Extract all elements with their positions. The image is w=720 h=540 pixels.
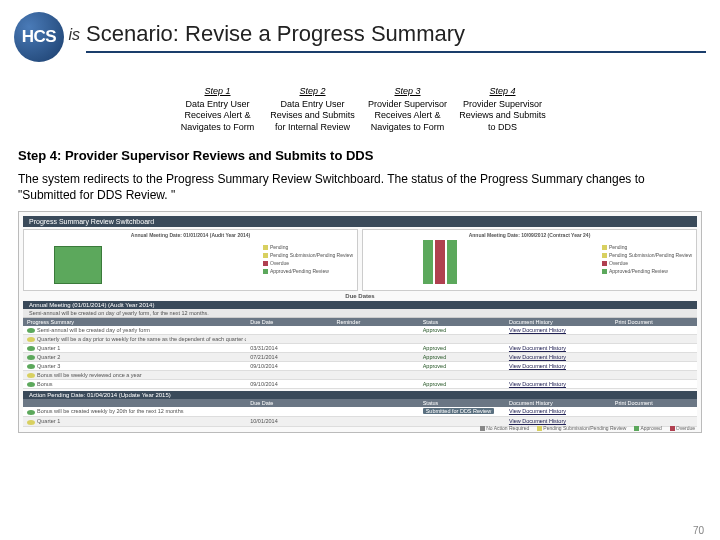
ss-table-header-2: Due DateStatusDocument HistoryPrint Docu… xyxy=(23,399,697,407)
step-4: Step 4Provider Supervisor Reviews and Su… xyxy=(455,86,550,134)
chart-legend: Pending Pending Submission/Pending Revie… xyxy=(263,244,353,276)
step-3: Step 3Provider Supervisor Receives Alert… xyxy=(360,86,455,134)
page-number: 70 xyxy=(693,525,704,536)
section-heading: Step 4: Provider Supervisor Reviews and … xyxy=(18,148,702,163)
ss-group-bar-1: Annual Meeting (01/01/2014) (Audit Year … xyxy=(23,301,697,309)
ss-title: Progress Summary Review Switchboard xyxy=(23,216,697,227)
ss-chart-right: Annual Meeting Date: 10/09/2012 (Contrac… xyxy=(362,229,697,291)
table-row: Quarterly will be a day prior to weekly … xyxy=(23,335,697,344)
due-dates-label: Due Dates xyxy=(19,293,701,299)
slide-title: Scenario: Revise a Progress Summary xyxy=(86,21,706,53)
ss-table-header: Progress SummaryDue DateReminderStatusDo… xyxy=(23,318,697,326)
ss-subhead-1: Semi-annual will be created on day of ye… xyxy=(23,309,697,318)
hcsis-logo: HCS is xyxy=(14,8,72,66)
step-2: Step 2Data Entry User Revises and Submit… xyxy=(265,86,360,134)
ss-group-bar-2: Action Pending Date: 01/04/2014 (Update … xyxy=(23,391,697,399)
ss-legend-footer: No Action Required Pending Submission/Pe… xyxy=(480,425,695,431)
table-row: Quarter 309/10/2014ApprovedView Document… xyxy=(23,362,697,371)
steps-row: Step 1Data Entry User Receives Alert & N… xyxy=(0,86,720,134)
ss-chart-left: Annual Meeting Date: 01/01/2014 (Audit Y… xyxy=(23,229,358,291)
step-1: Step 1Data Entry User Receives Alert & N… xyxy=(170,86,265,134)
table-row: Quarter 103/31/2014ApprovedView Document… xyxy=(23,344,697,353)
table-row: Quarter 207/21/2014ApprovedView Document… xyxy=(23,353,697,362)
chart-legend-right: Pending Pending Submission/Pending Revie… xyxy=(602,244,692,276)
section-body: The system redirects to the Progress Sum… xyxy=(18,171,702,203)
slide-header: HCS is Scenario: Revise a Progress Summa… xyxy=(0,0,720,68)
embedded-screenshot: Progress Summary Review Switchboard Annu… xyxy=(18,211,702,433)
table-row: Bonus will be weekly reviewed once a yea… xyxy=(23,371,697,380)
table-row: Bonus09/10/2014ApprovedView Document His… xyxy=(23,380,697,389)
table-row: Semi-annual will be created day of yearl… xyxy=(23,326,697,335)
table-row: Bonus will be created weekly by 20th for… xyxy=(23,407,697,417)
